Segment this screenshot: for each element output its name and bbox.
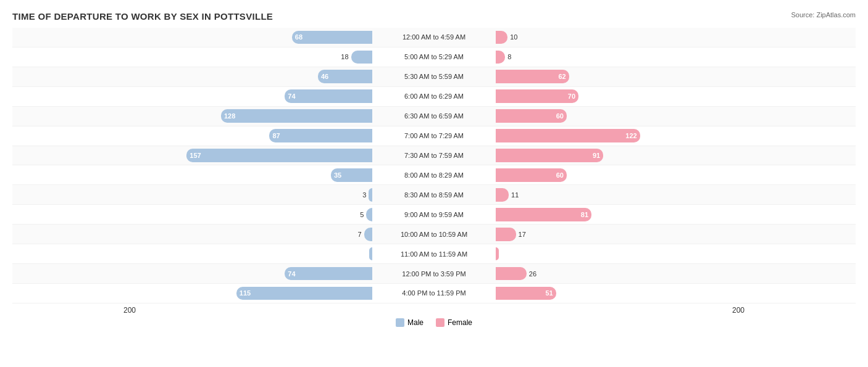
time-label: 6:30 AM to 6:59 AM bbox=[372, 112, 496, 120]
female-bar-wrap: 62 bbox=[496, 70, 732, 83]
female-value-inside: 60 bbox=[556, 112, 564, 120]
time-label: 7:30 AM to 7:59 AM bbox=[372, 152, 496, 159]
male-value-inside: 74 bbox=[288, 270, 295, 278]
female-bar-wrap: 11 bbox=[496, 188, 732, 202]
female-value-inside: 60 bbox=[556, 171, 564, 179]
male-value-inside: 46 bbox=[321, 73, 328, 80]
table-row: 68 12:00 AM to 4:59 AM 10 bbox=[12, 28, 856, 47]
male-bar-wrap: 128 bbox=[136, 109, 372, 123]
female-value-outside: 17 bbox=[519, 231, 526, 238]
table-row: 35 8:00 AM to 8:29 AM 60 bbox=[12, 165, 856, 185]
female-value-inside: 62 bbox=[558, 73, 565, 80]
female-value-inside: 91 bbox=[593, 152, 600, 159]
table-row: 5 9:00 AM to 9:59 AM 81 bbox=[12, 205, 856, 225]
female-bar: 122 bbox=[496, 129, 640, 142]
male-bar-wrap: 18 bbox=[136, 51, 372, 64]
bars-center: 74 12:00 PM to 3:59 PM 26 bbox=[136, 264, 732, 283]
female-bar-wrap: 10 bbox=[496, 31, 732, 44]
table-row: 74 6:00 AM to 6:29 AM 70 bbox=[12, 87, 856, 107]
chart-area: 68 12:00 AM to 4:59 AM 10 18 5:00 AM to … bbox=[12, 28, 856, 322]
female-bar-wrap bbox=[496, 247, 732, 261]
female-bar bbox=[496, 247, 499, 261]
male-bar-wrap: 157 bbox=[136, 149, 372, 162]
bars-center: 74 6:00 AM to 6:29 AM 70 bbox=[136, 87, 732, 106]
female-bar-wrap: 8 bbox=[496, 51, 732, 64]
table-row: 11:00 AM to 11:59 AM bbox=[12, 244, 856, 264]
female-bar bbox=[496, 228, 516, 241]
female-bar: 81 bbox=[496, 208, 591, 221]
bars-center: 11:00 AM to 11:59 AM bbox=[136, 244, 732, 263]
time-label: 6:00 AM to 6:29 AM bbox=[372, 93, 496, 100]
male-bar bbox=[366, 208, 372, 221]
table-row: 157 7:30 AM to 7:59 AM 91 bbox=[12, 146, 856, 166]
bars-center: 7 10:00 AM to 10:59 AM 17 bbox=[136, 225, 732, 244]
male-value-outside: 5 bbox=[360, 211, 364, 218]
rows-container: 68 12:00 AM to 4:59 AM 10 18 5:00 AM to … bbox=[12, 28, 856, 303]
male-bar: 68 bbox=[292, 31, 372, 44]
female-bar-wrap: 60 bbox=[496, 168, 732, 182]
male-value-inside: 128 bbox=[224, 112, 235, 120]
male-value-inside: 157 bbox=[190, 152, 201, 159]
bars-center: 5 9:00 AM to 9:59 AM 81 bbox=[136, 205, 732, 224]
female-bar: 60 bbox=[496, 168, 567, 182]
male-value-outside: 7 bbox=[357, 231, 361, 238]
time-label: 11:00 AM to 11:59 AM bbox=[372, 250, 496, 258]
axis-right: 200 bbox=[732, 306, 856, 315]
table-row: 46 5:30 AM to 5:59 AM 62 bbox=[12, 67, 856, 87]
male-bar: 35 bbox=[331, 168, 372, 182]
male-value-inside: 87 bbox=[272, 132, 280, 139]
male-bar-wrap: 46 bbox=[136, 70, 372, 83]
female-value-inside: 81 bbox=[581, 211, 588, 218]
male-bar: 157 bbox=[186, 149, 372, 162]
female-value-outside: 10 bbox=[510, 33, 517, 41]
bars-center: 68 12:00 AM to 4:59 AM 10 bbox=[136, 28, 732, 47]
chart-title: TIME OF DEPARTURE TO WORK BY SEX IN POTT… bbox=[12, 11, 856, 22]
male-bar-wrap: 68 bbox=[136, 31, 372, 44]
legend-female-label: Female bbox=[448, 318, 472, 327]
table-row: 74 12:00 PM to 3:59 PM 26 bbox=[12, 264, 856, 284]
legend-female: Female bbox=[436, 318, 472, 327]
female-bar-wrap: 17 bbox=[496, 228, 732, 241]
bars-center: 46 5:30 AM to 5:59 AM 62 bbox=[136, 67, 732, 86]
legend-male-label: Male bbox=[407, 318, 424, 327]
female-bar-wrap: 51 bbox=[496, 287, 732, 300]
bars-center: 18 5:00 AM to 5:29 AM 8 bbox=[136, 47, 732, 67]
legend-female-box bbox=[436, 318, 444, 327]
time-label: 10:00 AM to 10:59 AM bbox=[372, 231, 496, 238]
male-value-outside: 3 bbox=[362, 191, 366, 199]
female-bar bbox=[496, 267, 527, 281]
legend: Male Female bbox=[12, 318, 856, 327]
male-value-inside: 35 bbox=[334, 171, 341, 179]
chart-container: TIME OF DEPARTURE TO WORK BY SEX IN POTT… bbox=[0, 0, 868, 367]
legend-male: Male bbox=[396, 318, 424, 327]
table-row: 87 7:00 AM to 7:29 AM 122 bbox=[12, 126, 856, 146]
bars-center: 128 6:30 AM to 6:59 AM 60 bbox=[136, 107, 732, 126]
time-label: 8:30 AM to 8:59 AM bbox=[372, 191, 496, 199]
male-bar-wrap: 74 bbox=[136, 89, 372, 103]
time-label: 12:00 AM to 4:59 AM bbox=[372, 33, 496, 41]
time-label: 5:00 AM to 5:29 AM bbox=[372, 53, 496, 60]
male-bar-wrap bbox=[136, 247, 372, 261]
time-label: 8:00 AM to 8:29 AM bbox=[372, 171, 496, 179]
female-value-inside: 70 bbox=[568, 93, 575, 100]
female-bar-wrap: 70 bbox=[496, 89, 732, 103]
male-value-inside: 74 bbox=[288, 93, 295, 100]
female-bar: 60 bbox=[496, 109, 567, 123]
axis-labels: 200 200 bbox=[12, 306, 856, 315]
female-bar-wrap: 122 bbox=[496, 129, 732, 142]
axis-left: 200 bbox=[12, 306, 136, 315]
male-bar-wrap: 7 bbox=[136, 228, 372, 241]
time-label: 7:00 AM to 7:29 AM bbox=[372, 132, 496, 139]
male-bar-wrap: 115 bbox=[136, 287, 372, 300]
female-value-inside: 122 bbox=[625, 132, 636, 139]
male-bar-wrap: 3 bbox=[136, 188, 372, 202]
male-bar bbox=[351, 51, 372, 64]
male-bar: 115 bbox=[236, 287, 372, 300]
female-bar-wrap: 26 bbox=[496, 267, 732, 281]
bars-center: 87 7:00 AM to 7:29 AM 122 bbox=[136, 126, 732, 146]
female-bar-wrap: 81 bbox=[496, 208, 732, 221]
bars-center: 35 8:00 AM to 8:29 AM 60 bbox=[136, 165, 732, 184]
female-bar-wrap: 91 bbox=[496, 149, 732, 162]
table-row: 128 6:30 AM to 6:59 AM 60 bbox=[12, 107, 856, 126]
table-row: 3 8:30 AM to 8:59 AM 11 bbox=[12, 185, 856, 205]
